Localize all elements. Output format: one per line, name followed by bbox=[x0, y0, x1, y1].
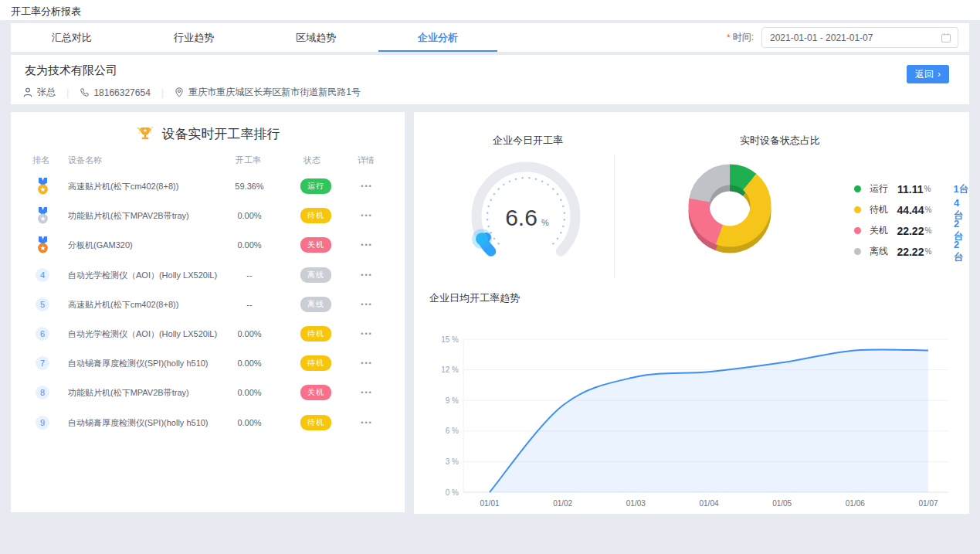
device-row: 8功能贴片机(松下MPAV2B带tray)0.00%关机••• bbox=[11, 378, 405, 407]
legend-count[interactable]: 2台 bbox=[954, 239, 969, 264]
svg-text:12 %: 12 % bbox=[441, 365, 459, 374]
more-actions-icon[interactable]: ••• bbox=[351, 389, 383, 396]
company-name: 友为技术有限公司 bbox=[25, 63, 117, 78]
rank-badge: 9 bbox=[32, 408, 53, 437]
more-actions-icon[interactable]: ••• bbox=[351, 301, 383, 308]
svg-text:01/01: 01/01 bbox=[480, 499, 499, 508]
svg-text:9 %: 9 % bbox=[446, 396, 459, 405]
required-mark: * bbox=[727, 32, 731, 43]
status-badge: 待机 bbox=[300, 415, 331, 430]
device-rate: 0.00% bbox=[226, 359, 273, 368]
donut-title: 实时设备状态占比 bbox=[699, 134, 861, 148]
more-actions-icon[interactable]: ••• bbox=[351, 419, 383, 427]
back-button[interactable]: 返回 › bbox=[907, 65, 949, 83]
rank-badge: 7 bbox=[32, 348, 53, 378]
device-row: 6自动光学检测仪（AOI）(Holly LX520iL)0.00%待机••• bbox=[11, 319, 405, 348]
user-icon bbox=[23, 87, 32, 97]
svg-text:0 %: 0 % bbox=[446, 488, 459, 497]
tab-1[interactable]: 汇总对比 bbox=[11, 23, 133, 52]
ranking-title: 设备实时开工率排行 bbox=[162, 125, 280, 143]
rank-badge: 6 bbox=[32, 319, 53, 348]
legend-dot bbox=[854, 206, 861, 213]
legend-pct: 11.11 bbox=[897, 183, 924, 195]
svg-text:01/04: 01/04 bbox=[699, 499, 718, 508]
svg-text:01/06: 01/06 bbox=[846, 499, 865, 508]
svg-text:★: ★ bbox=[39, 185, 46, 193]
calendar-icon bbox=[941, 32, 951, 43]
status-badge: 运行 bbox=[300, 178, 331, 194]
phone-icon bbox=[80, 88, 89, 97]
device-rate: 0.00% bbox=[226, 211, 273, 220]
back-label: 返回 bbox=[915, 68, 934, 81]
tab-4[interactable]: 企业分析 bbox=[377, 23, 499, 52]
legend-item[interactable]: 待机44.44%4台 bbox=[854, 199, 969, 220]
status-badge: 待机 bbox=[300, 326, 331, 342]
donut-legend: 运行11.11%1台待机44.44%4台关机22.22%2台离线22.22%2台 bbox=[854, 178, 969, 262]
status-badge: 待机 bbox=[300, 208, 331, 223]
legend-dot bbox=[854, 227, 861, 234]
legend-item[interactable]: 离线22.22%2台 bbox=[854, 241, 969, 262]
tab-2[interactable]: 行业趋势 bbox=[133, 23, 255, 52]
legend-item[interactable]: 关机22.22%2台 bbox=[854, 220, 969, 241]
svg-text:01/03: 01/03 bbox=[626, 499, 646, 508]
status-badge: 离线 bbox=[300, 267, 331, 283]
device-name: 分板机(GAM320) bbox=[68, 240, 133, 251]
more-actions-icon[interactable]: ••• bbox=[351, 182, 383, 190]
device-rate: -- bbox=[226, 270, 273, 280]
status-cell: 离线 bbox=[293, 297, 338, 312]
status-cell: 关机 bbox=[293, 385, 338, 400]
more-actions-icon[interactable]: ••• bbox=[351, 241, 383, 249]
status-badge: 关机 bbox=[300, 385, 331, 400]
trophy-icon: ★ bbox=[136, 124, 154, 143]
svg-text:3 %: 3 % bbox=[446, 457, 459, 466]
more-actions-icon[interactable]: ••• bbox=[351, 359, 383, 367]
date-range-input[interactable] bbox=[770, 28, 924, 47]
legend-pct-unit: % bbox=[924, 206, 948, 214]
device-ranking-panel: ★ 设备实时开工率排行 排名 设备名称 开工率 状态 详情 ★ 高速贴片机(松下… bbox=[11, 112, 405, 512]
charts-panel: 企业今日开工率 实时设备状态占比 6.6% 运行11.11%1台待机44.44%… bbox=[414, 112, 969, 514]
rank-number: 9 bbox=[36, 416, 49, 430]
medal-cell: ★ bbox=[32, 201, 53, 230]
date-range-picker[interactable] bbox=[761, 27, 958, 48]
medal-cell: ★ bbox=[32, 230, 53, 260]
legend-item[interactable]: 运行11.11%1台 bbox=[854, 178, 969, 199]
location-icon bbox=[175, 87, 184, 97]
device-name: 自动锡膏厚度检测仪(SPI)(holly h510) bbox=[68, 416, 209, 428]
tabs: 汇总对比行业趋势区域趋势企业分析 bbox=[11, 23, 499, 52]
more-actions-icon[interactable]: ••• bbox=[351, 271, 383, 279]
legend-label: 关机 bbox=[870, 224, 897, 237]
legend-pct: 22.22 bbox=[897, 246, 924, 258]
status-badge: 待机 bbox=[300, 355, 331, 371]
device-rate: 0.00% bbox=[226, 388, 273, 397]
company-info-bar: 友为技术有限公司 张总 | 18166327654 | 重庆市重庆城区长寿区新市… bbox=[11, 55, 969, 104]
legend-pct-unit: % bbox=[924, 226, 948, 235]
company-contact-row: 张总 | 18166327654 | 重庆市重庆城区长寿区新市街道新民路1号 bbox=[23, 86, 361, 99]
device-name: 功能贴片机(松下MPAV2B带tray) bbox=[68, 387, 189, 399]
legend-pct-unit: % bbox=[924, 247, 948, 256]
device-row: 4自动光学检测仪（AOI）(Holly LX520iL)--离线••• bbox=[11, 260, 405, 290]
divider: | bbox=[66, 87, 69, 98]
contact-name: 张总 bbox=[37, 86, 56, 99]
device-row: 5高速贴片机(松下cm402(8+8))--离线••• bbox=[11, 290, 405, 319]
svg-text:★: ★ bbox=[143, 127, 148, 133]
phone-number: 18166327654 bbox=[93, 87, 150, 98]
company-address: 重庆市重庆城区长寿区新市街道新民路1号 bbox=[188, 86, 361, 99]
status-badge: 关机 bbox=[300, 237, 331, 253]
legend-label: 待机 bbox=[870, 203, 897, 216]
svg-text:01/02: 01/02 bbox=[553, 499, 572, 508]
svg-text:6 %: 6 % bbox=[446, 427, 459, 435]
legend-pct: 44.44 bbox=[897, 204, 924, 216]
date-filter: * 时间: bbox=[727, 23, 958, 52]
rank-badge: 4 bbox=[32, 260, 53, 290]
device-rate: 59.36% bbox=[226, 182, 273, 191]
col-detail: 详情 bbox=[358, 155, 375, 166]
device-name: 自动锡膏厚度检测仪(SPI)(holly h510) bbox=[68, 358, 209, 369]
tabs-bar: 汇总对比行业趋势区域趋势企业分析 * 时间: bbox=[11, 23, 969, 52]
legend-count[interactable]: 1台 bbox=[954, 182, 969, 196]
more-actions-icon[interactable]: ••• bbox=[351, 212, 383, 219]
svg-text:01/05: 01/05 bbox=[772, 499, 792, 508]
more-actions-icon[interactable]: ••• bbox=[351, 330, 383, 338]
tab-3[interactable]: 区域趋势 bbox=[255, 23, 377, 52]
svg-text:15 %: 15 % bbox=[441, 335, 459, 344]
svg-text:%: % bbox=[541, 218, 549, 227]
